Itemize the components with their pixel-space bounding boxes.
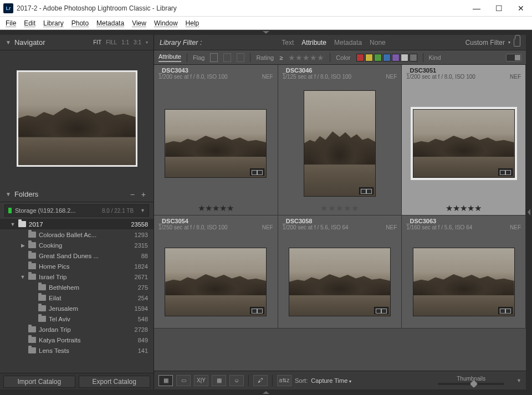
filter-tab-attribute[interactable]: Attribute <box>301 39 326 47</box>
filter-tab-none[interactable]: None <box>370 39 386 47</box>
nav-mode-fill[interactable]: FILL <box>106 39 117 45</box>
right-panel-handle[interactable] <box>526 35 532 389</box>
expander-icon[interactable]: ▼ <box>10 222 16 227</box>
filter-tab-text[interactable]: Text <box>282 39 294 47</box>
export-catalog-button[interactable]: Export Catalog <box>79 376 151 388</box>
menu-view[interactable]: View <box>130 18 149 28</box>
bottom-panel-handle[interactable] <box>0 389 532 395</box>
lock-icon[interactable] <box>514 39 520 47</box>
menu-photo[interactable]: Photo <box>69 18 91 28</box>
folder-row[interactable]: Bethlehem275 <box>0 282 154 293</box>
filter-preset-dropdown[interactable]: Custom Filter <box>466 39 505 47</box>
color-swatch[interactable] <box>410 54 417 61</box>
flag-picked-icon[interactable] <box>210 53 218 62</box>
view-compare-icon[interactable]: X|Y <box>194 375 208 386</box>
filter-tab-metadata[interactable]: Metadata <box>334 39 362 47</box>
view-people-icon[interactable]: ☺ <box>229 375 244 386</box>
folder-row[interactable]: ▼Israel Trip2671 <box>0 271 154 282</box>
rating-operator[interactable]: ≥ <box>279 54 283 61</box>
thumb-image[interactable] <box>413 109 515 178</box>
chevron-down-icon[interactable]: ▼ <box>140 208 145 213</box>
folder-icon <box>28 274 36 280</box>
menu-metadata[interactable]: Metadata <box>94 18 126 28</box>
rating-stars[interactable]: ★★★★★ <box>288 53 324 62</box>
panel-header-folders[interactable]: ▼ Folders − + <box>0 187 154 202</box>
folder-row[interactable]: Great Sand Dunes ...88 <box>0 250 154 261</box>
toolbar-menu-icon[interactable]: ▼ <box>516 378 521 383</box>
sort-direction-icon[interactable]: a⇅z <box>277 375 291 386</box>
thumbnail-cell[interactable]: _DSC30581/200 sec at f / 5.6, ISO 64NEF <box>278 216 402 329</box>
expander-icon[interactable]: ▼ <box>20 274 25 280</box>
thumb-badge-icon <box>250 168 264 176</box>
thumbnail-cell[interactable]: _DSC30431/200 sec at f / 8.0, ISO 100NEF… <box>154 65 278 216</box>
kind-label: Kind <box>429 54 441 61</box>
menu-window[interactable]: Window <box>152 18 180 28</box>
thumbnail-cell[interactable]: _DSC30541/250 sec at f / 8.0, ISO 100NEF <box>154 216 278 329</box>
thumb-rating[interactable]: ★★★★★ <box>278 202 402 215</box>
window-titlebar: Lr 2017-2 - Adobe Photoshop Lightroom Cl… <box>0 0 532 17</box>
color-swatch[interactable] <box>356 54 364 61</box>
folder-label: Jerusalem <box>49 305 135 312</box>
nav-mode-3to1[interactable]: 3:1 <box>134 39 141 45</box>
folder-label: Israel Trip <box>39 274 135 280</box>
attr-tab-attribute[interactable]: Attribute <box>158 53 181 62</box>
thumb-filename: _DSC3054 <box>158 218 273 224</box>
thumb-image[interactable] <box>165 248 267 316</box>
view-grid-icon[interactable]: ▦ <box>158 375 173 386</box>
folders-add-remove[interactable]: − + <box>130 190 148 199</box>
menu-library[interactable]: Library <box>41 18 66 28</box>
color-swatch[interactable] <box>401 54 408 61</box>
thumb-rating[interactable]: ★★★★★ <box>402 202 525 215</box>
thumb-image[interactable] <box>413 248 515 316</box>
nav-mode-1to1[interactable]: 1:1 <box>121 39 129 45</box>
thumbnail-cell[interactable]: _DSC30461/125 sec at f / 8.0, ISO 100NEF… <box>278 65 402 216</box>
folder-row[interactable]: Tel Aviv548 <box>0 314 154 324</box>
thumb-image[interactable] <box>289 248 391 316</box>
color-swatch[interactable] <box>383 54 391 61</box>
painter-tool-icon[interactable]: 🖍 <box>253 375 268 386</box>
nav-mode-dropdown[interactable]: ▾ <box>146 40 148 45</box>
thumb-rating[interactable]: ★★★★★ <box>154 202 278 215</box>
menu-edit[interactable]: Edit <box>22 18 38 28</box>
panel-header-navigator[interactable]: ▼ Navigator FIT FILL 1:1 3:1 ▾ <box>0 35 154 50</box>
color-swatch[interactable] <box>365 54 373 61</box>
filter-toggle-switch[interactable] <box>506 54 521 61</box>
minimize-button[interactable]: — <box>466 0 488 17</box>
expander-icon[interactable]: ▶ <box>20 243 25 248</box>
folder-row[interactable]: Eilat254 <box>0 293 154 303</box>
view-survey-icon[interactable]: ▦ <box>212 375 226 386</box>
folder-tree: ▼201723558Colorado Ballet Ac...1293▶Cook… <box>0 219 154 373</box>
thumbnail-size-slider[interactable]: Thumbnails <box>432 376 510 385</box>
thumbnail-cell[interactable]: _DSC30631/160 sec at f / 5.6, ISO 64NEF <box>402 216 526 329</box>
folder-row[interactable]: Home Pics1824 <box>0 261 154 271</box>
close-button[interactable]: ✕ <box>510 0 532 17</box>
menu-help[interactable]: Help <box>183 18 202 28</box>
nav-mode-fit[interactable]: FIT <box>93 39 101 45</box>
folder-icon <box>28 326 36 332</box>
folder-row[interactable]: ▼201723558 <box>0 219 154 229</box>
import-catalog-button[interactable]: Import Catalog <box>3 376 75 388</box>
maximize-button[interactable]: ☐ <box>488 0 510 17</box>
color-swatch[interactable] <box>392 54 400 61</box>
flag-unflagged-icon[interactable] <box>223 53 231 62</box>
menu-file[interactable]: File <box>3 18 18 28</box>
folder-row[interactable]: ▶Cooking2315 <box>0 240 154 250</box>
folder-row[interactable]: Lens Tests141 <box>0 345 154 356</box>
thumbnail-cell[interactable]: _DSC30511/200 sec at f / 8.0, ISO 100NEF… <box>402 65 526 216</box>
top-panel-handle[interactable] <box>0 30 532 35</box>
thumbnail-grid-scroll[interactable]: _DSC30431/200 sec at f / 8.0, ISO 100NEF… <box>154 65 526 371</box>
volume-bar[interactable]: Storage (\\192.168.2... 8.0 / 22.1 TB ▼ <box>4 204 149 217</box>
folder-row[interactable]: Jerusalem1594 <box>0 303 154 314</box>
folder-row[interactable]: Katya Portraits849 <box>0 335 154 345</box>
navigator-preview[interactable] <box>0 50 154 187</box>
flag-rejected-icon[interactable] <box>237 53 244 62</box>
thumb-image[interactable] <box>304 90 376 197</box>
folder-row[interactable]: Jordan Trip2728 <box>0 324 154 335</box>
sort-dropdown[interactable]: Capture Time ▾ <box>311 377 351 384</box>
folder-icon <box>28 347 36 353</box>
folder-row[interactable]: Colorado Ballet Ac...1293 <box>0 229 154 240</box>
thumb-image[interactable] <box>165 109 267 178</box>
view-loupe-icon[interactable]: ▭ <box>176 375 191 386</box>
volume-usage: 8.0 / 22.1 TB <box>102 208 134 214</box>
color-swatch[interactable] <box>374 54 382 61</box>
